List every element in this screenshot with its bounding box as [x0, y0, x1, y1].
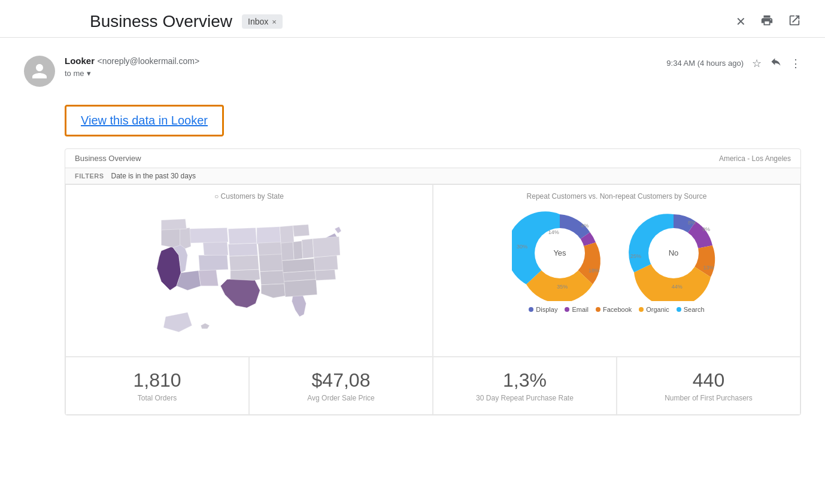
dropdown-arrow-icon: ▾ [87, 69, 91, 78]
filter-value: Date is in the past 30 days [111, 172, 196, 180]
legend-organic: Organic [639, 306, 669, 313]
sender-name-row: Looker <noreply@lookermail.com> [65, 56, 199, 66]
sender-left: Looker <noreply@lookermail.com> to me ▾ [24, 56, 199, 87]
stat-total-orders-value: 1,810 [75, 369, 239, 391]
legend-search: Search [677, 306, 705, 313]
legend-organic-label: Organic [646, 306, 669, 313]
stat-avg-order-price-value: $47,08 [259, 369, 423, 391]
svg-text:Yes: Yes [553, 248, 566, 257]
print-icon[interactable] [760, 14, 774, 30]
map-title: ○ Customers by State [73, 192, 425, 201]
stat-repeat-purchase-rate: 1,3% 30 Day Repeat Purchase Rate [433, 357, 617, 415]
stat-total-orders-label: Total Orders [75, 394, 239, 402]
star-icon[interactable]: ☆ [752, 57, 762, 70]
dash-title: Business Overview [75, 154, 141, 163]
collapse-icon[interactable]: ✕ [736, 14, 746, 29]
dashboard-embed: Business Overview America - Los Angeles … [65, 148, 801, 415]
page-title: Business Overview [90, 12, 232, 31]
legend-search-label: Search [684, 306, 705, 313]
donut-charts-row: Yes 4% 18% 35% 30% 14% [441, 205, 793, 301]
stats-row: 1,810 Total Orders $47,08 Avg Order Sale… [65, 357, 800, 415]
donut-cell: Repeat Customers vs. Non-repeat Customer… [433, 184, 800, 357]
stat-avg-order-price: $47,08 Avg Order Sale Price [249, 357, 433, 415]
stat-first-purchasers-label: Number of First Purchasers [627, 394, 790, 402]
dash-header: Business Overview America - Los Angeles [65, 149, 800, 168]
stat-repeat-rate-value: 1,3% [443, 369, 606, 391]
stat-first-purchasers: 440 Number of First Purchasers [617, 357, 800, 415]
legend-display-label: Display [536, 306, 557, 313]
view-link-section: View this data in Looker [24, 93, 801, 142]
donut-legend: Display Email Facebook Organic [441, 306, 793, 313]
view-in-looker-link[interactable]: View this data in Looker [65, 105, 224, 136]
sender-name: Looker [65, 56, 95, 66]
legend-facebook-label: Facebook [603, 306, 632, 313]
inbox-badge[interactable]: Inbox × [242, 14, 283, 29]
stat-avg-order-price-label: Avg Order Sale Price [259, 394, 423, 402]
legend-email-label: Email [572, 306, 589, 313]
stat-first-purchasers-value: 440 [627, 369, 790, 391]
donut-no: No 8% 9% 13% 44% 25% [626, 205, 721, 301]
sender-email: <noreply@lookermail.com> [97, 56, 199, 66]
dash-filters: FILTERS Date is in the past 30 days [65, 168, 800, 184]
filters-label: FILTERS [75, 172, 104, 180]
map-cell: ○ Customers by State [65, 184, 433, 357]
sender-info: Looker <noreply@lookermail.com> to me ▾ [65, 56, 199, 78]
header-left: Business Overview Inbox × [90, 12, 283, 31]
us-map-svg [99, 211, 399, 343]
to-me-label: to me [65, 69, 84, 78]
inbox-badge-close[interactable]: × [272, 17, 277, 26]
svg-text:No: No [669, 248, 679, 257]
legend-email: Email [565, 306, 589, 313]
to-me-dropdown[interactable]: to me ▾ [65, 69, 199, 78]
donut-yes: Yes 4% 18% 35% 30% 14% [512, 205, 608, 301]
dash-location: America - Los Angeles [719, 154, 791, 163]
more-vert-icon[interactable]: ⋮ [790, 57, 801, 70]
us-map [73, 205, 425, 349]
email-container: Looker <noreply@lookermail.com> to me ▾ … [0, 38, 825, 427]
sender-row: Looker <noreply@lookermail.com> to me ▾ … [24, 50, 801, 93]
legend-display: Display [529, 306, 557, 313]
stat-total-orders: 1,810 Total Orders [65, 357, 249, 415]
legend-facebook: Facebook [596, 306, 632, 313]
inbox-badge-label: Inbox [248, 17, 268, 26]
dash-main-grid: ○ Customers by State [65, 184, 800, 357]
sender-right: 9:34 AM (4 hours ago) ☆ ⋮ [666, 56, 801, 71]
header-actions: ✕ [736, 14, 801, 30]
donut-title: Repeat Customers vs. Non-repeat Customer… [441, 192, 793, 201]
avatar [24, 56, 55, 87]
open-external-icon[interactable] [788, 14, 801, 30]
reply-icon[interactable] [770, 56, 782, 71]
email-header: Business Overview Inbox × ✕ [0, 0, 825, 38]
email-timestamp: 9:34 AM (4 hours ago) [666, 59, 744, 68]
stat-repeat-rate-label: 30 Day Repeat Purchase Rate [443, 394, 606, 402]
